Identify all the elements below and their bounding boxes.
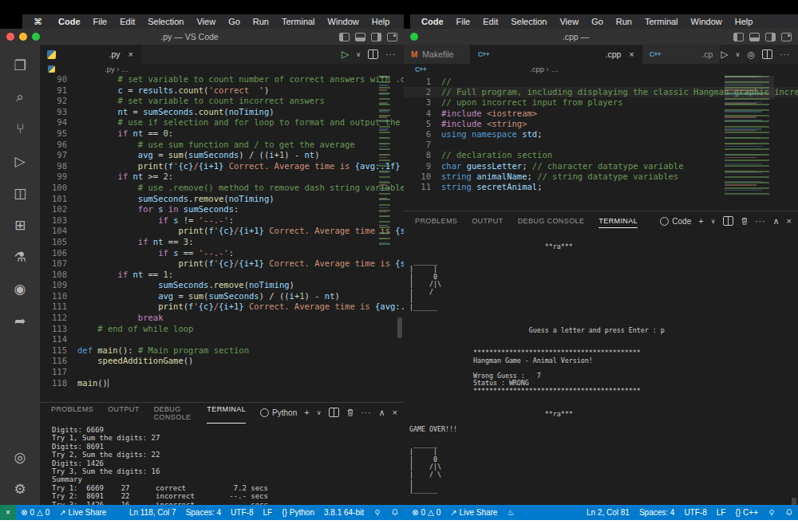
activity-remote-explorer-icon[interactable]: ◫	[0, 177, 40, 209]
language-mode-status[interactable]: {} C++	[730, 508, 763, 517]
menu-item-window[interactable]: Window	[691, 17, 722, 26]
breadcrumb-path[interactable]: .py › …	[105, 65, 129, 73]
close-window-button[interactable]	[6, 33, 14, 41]
code-line[interactable]: 99 if nt >= 2:	[40, 171, 404, 183]
terminal-output[interactable]: **ra*** ______ | | | 0 | /|\ | / | |____…	[404, 231, 798, 520]
code-line[interactable]: 94 # use if selection and for loop to fo…	[40, 117, 404, 128]
code-line[interactable]: 101 sumSeconds.remove(noTiming)	[40, 194, 404, 205]
run-dropdown-icon[interactable]: ∨	[356, 51, 361, 58]
python-interpreter-status[interactable]: 3.8.1 64-bit	[319, 508, 369, 517]
cursor-position-status[interactable]: Ln 118, Col 7	[124, 508, 181, 517]
eol-status[interactable]: LF	[712, 508, 731, 517]
language-mode-status[interactable]: {} Python	[277, 508, 319, 517]
split-editor-icon[interactable]	[368, 49, 378, 59]
minimize-window-button[interactable]	[19, 33, 27, 41]
window-title-bar[interactable]: .py — VS Code	[0, 29, 404, 45]
close-tab-icon[interactable]: ×	[629, 49, 634, 59]
toggle-sidebar-icon[interactable]	[339, 33, 350, 41]
activity-account-icon[interactable]: ◎	[0, 441, 40, 473]
cursor-position-status[interactable]: Ln 2, Col 81	[582, 508, 634, 517]
run-python-file-button[interactable]: ▷	[342, 49, 349, 60]
new-terminal-icon[interactable]: +	[304, 408, 309, 417]
customize-layout-icon[interactable]	[781, 33, 792, 41]
activity-settings-gear-icon[interactable]: ⚙	[0, 473, 40, 505]
remote-indicator[interactable]: ×	[0, 505, 16, 520]
menu-item-file[interactable]: File	[456, 17, 471, 26]
notifications-bell-icon[interactable]	[780, 508, 798, 517]
code-line[interactable]: 108 if nt == 1:	[40, 270, 404, 281]
code-line[interactable]: 117	[40, 367, 404, 378]
code-line[interactable]: 102 for s in sumSeconds:	[40, 204, 404, 215]
more-actions-icon[interactable]: ···	[780, 50, 790, 59]
activity-run-and-debug-icon[interactable]: ▷	[0, 145, 40, 177]
apple-logo-icon[interactable]: ⌘	[34, 17, 42, 27]
problems-status[interactable]: ⊗ 0 △ 0	[404, 508, 445, 517]
toggle-panel-icon[interactable]	[355, 33, 365, 41]
panel-more-actions-icon[interactable]: ···	[756, 217, 766, 226]
panel-tab-problems[interactable]: PROBLEMS	[51, 402, 93, 424]
debug-target-icon[interactable]: ◎	[747, 49, 755, 60]
code-line[interactable]: 97 avg = sum(sumSeconds) / ((i+1) - nt)	[40, 150, 404, 161]
shell-selector[interactable]: Code	[660, 217, 691, 226]
menu-item-edit[interactable]: Edit	[120, 17, 135, 26]
code-line[interactable]: 109 sumSeconds.remove(noTiming)	[40, 280, 404, 291]
menu-item-help[interactable]: Help	[735, 17, 753, 26]
code-line[interactable]: 116 speedAdditionGame()	[40, 356, 404, 367]
editor-scrollbar[interactable]	[397, 317, 402, 338]
activity-explorer-icon[interactable]: ❐	[0, 49, 40, 81]
toggle-sidebar-icon[interactable]	[733, 33, 744, 41]
code-line[interactable]: 96 # use sum function and / to get the a…	[40, 140, 404, 151]
encoding-status[interactable]: UTF-8	[226, 508, 258, 517]
indentation-status[interactable]: Spaces: 4	[181, 508, 226, 517]
panel-tab-output[interactable]: OUTPUT	[472, 214, 503, 228]
kill-terminal-icon[interactable]	[741, 217, 749, 226]
code-editor-python[interactable]: 90 # set variable to count number of cor…	[40, 74, 404, 402]
zoom-window-button[interactable]	[32, 33, 40, 41]
panel-tab-output[interactable]: OUTPUT	[108, 402, 139, 424]
encoding-status[interactable]: UTF-8	[679, 508, 711, 517]
code-line[interactable]: 95 if nt == 0:	[40, 128, 404, 140]
toggle-secondary-sidebar-icon[interactable]	[765, 33, 776, 41]
menu-item-selection[interactable]: Selection	[511, 17, 547, 26]
breadcrumb[interactable]: C++ .cpp › …	[404, 64, 798, 74]
tab-cpp-file-2[interactable]: C++ .cp	[642, 45, 721, 64]
activity-live-share-icon[interactable]: ➦	[0, 305, 40, 337]
split-terminal-icon[interactable]	[329, 408, 339, 417]
code-line[interactable]: 91 c = results.count('correct ')	[40, 85, 404, 97]
menu-item-terminal[interactable]: Terminal	[645, 17, 678, 26]
menu-item-terminal[interactable]: Terminal	[282, 17, 315, 26]
activity-source-control-icon[interactable]: ⑂	[0, 113, 40, 145]
tab-cpp-file[interactable]: C++ .cpp ×	[471, 45, 642, 64]
code-line[interactable]: 104 print(f'{c}/{i+1} Correct. Average t…	[40, 226, 404, 237]
zoom-window-button[interactable]	[410, 33, 418, 41]
feedback-icon[interactable]	[763, 509, 780, 517]
close-panel-icon[interactable]: ×	[787, 216, 792, 226]
indentation-status[interactable]: Spaces: 4	[634, 508, 679, 517]
split-editor-icon[interactable]	[762, 49, 772, 59]
panel-more-actions-icon[interactable]: ···	[361, 408, 372, 417]
panel-tab-problems[interactable]: PROBLEMS	[415, 214, 457, 228]
code-line[interactable]: 110 avg = sum(sumSeconds) / ((i+1) - nt)	[40, 291, 404, 302]
minimap-slider[interactable]	[725, 76, 774, 100]
breadcrumb-path[interactable]: .cpp › …	[530, 65, 559, 73]
panel-tab-terminal[interactable]: TERMINAL	[207, 402, 246, 424]
activity-github-icon[interactable]: ◉	[0, 273, 40, 305]
menu-item-run[interactable]: Run	[253, 17, 269, 26]
eol-status[interactable]: LF	[258, 508, 277, 517]
code-line[interactable]: 103 if s != '--.-':	[40, 215, 404, 227]
panel-tab-debug-console[interactable]: DEBUG CONSOLE	[518, 214, 585, 228]
kill-terminal-icon[interactable]	[346, 408, 354, 417]
menu-item-go[interactable]: Go	[591, 17, 603, 26]
live-share-status[interactable]: ↗ Live Share	[445, 508, 502, 517]
window-title-bar[interactable]: .cpp —	[404, 29, 798, 45]
tab-makefile[interactable]: M Makefile	[404, 45, 471, 64]
maximize-panel-icon[interactable]: ∧	[773, 216, 780, 227]
breadcrumb[interactable]: .py › …	[0, 64, 404, 74]
terminal-dropdown-icon[interactable]: ∨	[711, 218, 716, 225]
feedback-icon[interactable]	[369, 509, 386, 517]
code-line[interactable]: 93 nt = sumSeconds.count(noTiming)	[40, 107, 404, 118]
code-line[interactable]: 90 # set variable to count number of cor…	[40, 74, 404, 85]
toggle-secondary-sidebar-icon[interactable]	[371, 33, 381, 41]
maximize-panel-icon[interactable]: ∧	[379, 408, 385, 418]
minimap[interactable]	[725, 76, 774, 197]
